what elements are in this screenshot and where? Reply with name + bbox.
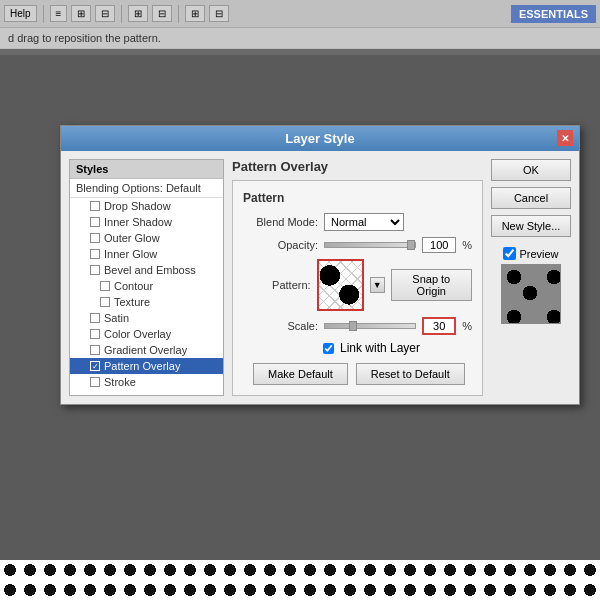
toolbar-btn-1[interactable]: ≡: [50, 5, 68, 22]
preview-label: Preview: [519, 248, 558, 260]
scale-slider[interactable]: [324, 323, 416, 329]
pattern-overlay-checkbox[interactable]: ✓: [90, 361, 100, 371]
preview-thumb-pattern: [502, 265, 560, 323]
cancel-button[interactable]: Cancel: [491, 187, 571, 209]
pattern-overlay-label: Pattern Overlay: [104, 360, 180, 372]
opacity-input[interactable]: [422, 237, 456, 253]
style-item-drop-shadow[interactable]: Drop Shadow: [70, 198, 223, 214]
gradient-overlay-checkbox[interactable]: [90, 345, 100, 355]
canvas-pattern: [0, 560, 600, 600]
scale-input[interactable]: [422, 317, 456, 335]
color-overlay-checkbox[interactable]: [90, 329, 100, 339]
opacity-slider-thumb[interactable]: [407, 240, 415, 250]
dialog-title: Layer Style: [285, 131, 354, 146]
blend-mode-label: Blend Mode:: [243, 216, 318, 228]
dialog-titlebar: Layer Style ✕: [61, 126, 579, 151]
opacity-label: Opacity:: [243, 239, 318, 251]
opacity-percent: %: [462, 239, 472, 251]
preview-checkbox[interactable]: [503, 247, 516, 260]
style-item-satin[interactable]: Satin: [70, 310, 223, 326]
preview-thumb: [501, 264, 561, 324]
toolbar-btn-3[interactable]: ⊟: [95, 5, 115, 22]
preview-checkbox-row: Preview: [503, 247, 558, 260]
style-item-contour[interactable]: Contour: [70, 278, 223, 294]
drag-hint: d drag to reposition the pattern.: [0, 28, 600, 49]
toolbar-btn-6[interactable]: ⊞: [185, 5, 205, 22]
separator-1: [43, 5, 44, 23]
pattern-preview-box[interactable]: [317, 259, 364, 311]
ok-button[interactable]: OK: [491, 159, 571, 181]
bevel-emboss-label: Bevel and Emboss: [104, 264, 196, 276]
new-style-button[interactable]: New Style...: [491, 215, 571, 237]
content-panel: Pattern Overlay Pattern Blend Mode: Norm…: [232, 159, 483, 396]
satin-checkbox[interactable]: [90, 313, 100, 323]
scale-row: Scale: %: [243, 317, 472, 335]
scale-percent: %: [462, 320, 472, 332]
opacity-slider[interactable]: [324, 242, 416, 248]
outer-glow-checkbox[interactable]: [90, 233, 100, 243]
bottom-buttons: Make Default Reset to Default: [243, 363, 472, 385]
make-default-button[interactable]: Make Default: [253, 363, 348, 385]
styles-panel-title: Styles: [70, 160, 223, 179]
style-item-inner-shadow[interactable]: Inner Shadow: [70, 214, 223, 230]
outer-glow-label: Outer Glow: [104, 232, 160, 244]
toolbar-btn-2[interactable]: ⊞: [71, 5, 91, 22]
toolbar-btn-5[interactable]: ⊟: [152, 5, 172, 22]
style-item-pattern-overlay[interactable]: ✓ Pattern Overlay: [70, 358, 223, 374]
essentials-badge: ESSENTIALS: [511, 5, 596, 23]
section-title: Pattern Overlay: [232, 159, 483, 174]
inner-glow-label: Inner Glow: [104, 248, 157, 260]
texture-label: Texture: [114, 296, 150, 308]
opacity-row: Opacity: %: [243, 237, 472, 253]
help-button[interactable]: Help: [4, 5, 37, 22]
drop-shadow-checkbox[interactable]: [90, 201, 100, 211]
reset-to-default-button[interactable]: Reset to Default: [356, 363, 465, 385]
pattern-picker-button[interactable]: ▼: [370, 277, 385, 293]
link-with-layer-checkbox[interactable]: [323, 343, 334, 354]
pattern-label: Pattern:: [243, 279, 311, 291]
contour-label: Contour: [114, 280, 153, 292]
toolbar-btn-4[interactable]: ⊞: [128, 5, 148, 22]
satin-label: Satin: [104, 312, 129, 324]
dialog-body: Styles Blending Options: Default Drop Sh…: [61, 151, 579, 404]
inner-glow-checkbox[interactable]: [90, 249, 100, 259]
separator-3: [178, 5, 179, 23]
toolbar-btn-7[interactable]: ⊟: [209, 5, 229, 22]
layer-style-dialog: Layer Style ✕ Styles Blending Options: D…: [60, 125, 580, 405]
style-item-color-overlay[interactable]: Color Overlay: [70, 326, 223, 342]
style-item-stroke[interactable]: Stroke: [70, 374, 223, 390]
preview-area: Preview: [491, 247, 571, 324]
blend-mode-row: Blend Mode: Normal Multiply Screen Overl…: [243, 213, 472, 231]
canvas-area: Layer Style ✕ Styles Blending Options: D…: [0, 55, 600, 600]
gradient-overlay-label: Gradient Overlay: [104, 344, 187, 356]
color-overlay-label: Color Overlay: [104, 328, 171, 340]
inner-shadow-label: Inner Shadow: [104, 216, 172, 228]
inner-shadow-checkbox[interactable]: [90, 217, 100, 227]
pattern-preview-inner: [319, 261, 362, 309]
drop-shadow-label: Drop Shadow: [104, 200, 171, 212]
style-item-outer-glow[interactable]: Outer Glow: [70, 230, 223, 246]
blend-mode-select[interactable]: Normal Multiply Screen Overlay: [324, 213, 404, 231]
pattern-row: Pattern: ▼ Snap to Origin: [243, 259, 472, 311]
contour-checkbox[interactable]: [100, 281, 110, 291]
top-toolbar: Help ≡ ⊞ ⊟ ⊞ ⊟ ⊞ ⊟ ESSENTIALS: [0, 0, 600, 28]
blending-options-item[interactable]: Blending Options: Default: [70, 179, 223, 198]
style-item-texture[interactable]: Texture: [70, 294, 223, 310]
style-item-gradient-overlay[interactable]: Gradient Overlay: [70, 342, 223, 358]
snap-to-origin-button[interactable]: Snap to Origin: [391, 269, 472, 301]
bevel-emboss-checkbox[interactable]: [90, 265, 100, 275]
link-with-layer-label: Link with Layer: [340, 341, 420, 355]
style-item-bevel-emboss[interactable]: Bevel and Emboss: [70, 262, 223, 278]
content-box: Pattern Blend Mode: Normal Multiply Scre…: [232, 180, 483, 396]
dialog-close-button[interactable]: ✕: [557, 130, 573, 146]
subsection-title: Pattern: [243, 191, 472, 205]
stroke-label: Stroke: [104, 376, 136, 388]
scale-slider-thumb[interactable]: [349, 321, 357, 331]
link-row: Link with Layer: [243, 341, 472, 355]
right-buttons: OK Cancel New Style... Preview: [491, 159, 571, 396]
texture-checkbox[interactable]: [100, 297, 110, 307]
stroke-checkbox[interactable]: [90, 377, 100, 387]
scale-label: Scale:: [243, 320, 318, 332]
styles-panel: Styles Blending Options: Default Drop Sh…: [69, 159, 224, 396]
style-item-inner-glow[interactable]: Inner Glow: [70, 246, 223, 262]
